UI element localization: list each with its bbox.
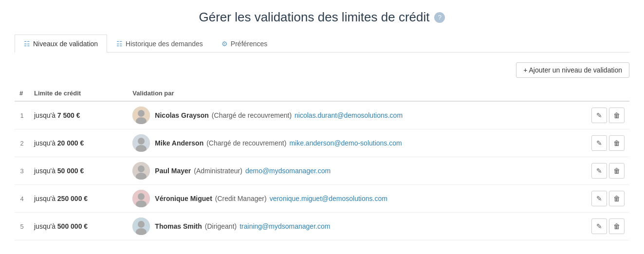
validator-info: Véronique Miguet (Credit Manager) veroni… — [155, 195, 387, 202]
table-row: 1 jusqu'à 7 500 € Nicolas Grayson (Charg… — [15, 101, 629, 129]
credit-limit: jusqu'à 250 000 € — [29, 185, 128, 213]
svg-point-13 — [138, 221, 145, 228]
row-actions: ✎ 🗑 — [563, 185, 629, 213]
table-row: 3 jusqu'à 50 000 € Paul Mayer (Administr… — [15, 157, 629, 185]
row-actions: ✎ 🗑 — [563, 101, 629, 129]
svg-point-7 — [138, 165, 145, 172]
tabs-container: ☷ Niveaux de validation ☷ Historique des… — [15, 35, 629, 53]
avatar — [132, 162, 150, 180]
validator-role: (Chargé de recouvrement) — [212, 111, 292, 119]
delete-button[interactable]: 🗑 — [609, 108, 625, 123]
add-validation-level-button[interactable]: + Ajouter un niveau de validation — [516, 62, 629, 78]
list-icon: ☷ — [116, 40, 123, 48]
row-actions: ✎ 🗑 — [563, 213, 629, 240]
validator-role: (Administrateur) — [194, 167, 242, 175]
row-actions: ✎ 🗑 — [563, 157, 629, 185]
validator-name: Véronique Miguet — [155, 195, 212, 202]
validator-role: (Dirigeant) — [205, 222, 237, 230]
validator-info: Nicolas Grayson (Chargé de recouvrement)… — [155, 111, 403, 119]
row-number: 1 — [15, 101, 29, 129]
avatar — [132, 190, 150, 207]
edit-button[interactable]: ✎ — [591, 135, 607, 151]
validator-name: Nicolas Grayson — [155, 111, 209, 119]
table-header-row: # Limite de crédit Validation par — [15, 86, 629, 101]
avatar — [132, 107, 150, 124]
svg-point-1 — [138, 110, 145, 117]
validator-role: (Chargé de recouvrement) — [206, 139, 286, 147]
svg-point-10 — [138, 193, 145, 200]
edit-button[interactable]: ✎ — [591, 218, 607, 234]
delete-button[interactable]: 🗑 — [609, 218, 625, 234]
validator-name: Mike Anderson — [155, 139, 203, 147]
validator-info: Mike Anderson (Chargé de recouvrement) m… — [155, 139, 402, 147]
toolbar: + Ajouter un niveau de validation — [15, 62, 629, 78]
edit-button[interactable]: ✎ — [591, 191, 607, 206]
validator-cell: Thomas Smith (Dirigeant) training@mydsom… — [128, 213, 563, 240]
validator-email: demo@mydsomanager.com — [245, 167, 331, 175]
validator-cell: Véronique Miguet (Credit Manager) veroni… — [128, 185, 563, 213]
validator-email: training@mydsomanager.com — [239, 222, 330, 230]
col-actions — [563, 86, 629, 101]
row-number: 3 — [15, 157, 29, 185]
tab-preferences[interactable]: ⚙ Préférences — [212, 35, 276, 53]
edit-button[interactable]: ✎ — [591, 108, 607, 123]
delete-button[interactable]: 🗑 — [609, 135, 625, 151]
credit-limit: jusqu'à 7 500 € — [29, 101, 128, 129]
validator-email: nicolas.durant@demosolutions.com — [294, 111, 403, 119]
row-number: 2 — [15, 129, 29, 157]
validator-role: (Credit Manager) — [215, 195, 267, 202]
validator-info: Paul Mayer (Administrateur) demo@mydsoma… — [155, 167, 331, 175]
validator-email: veronique.miguet@demosolutions.com — [270, 195, 387, 202]
validation-levels-table: # Limite de crédit Validation par 1 jusq… — [15, 86, 629, 240]
delete-button[interactable]: 🗑 — [609, 191, 625, 206]
credit-limit: jusqu'à 50 000 € — [29, 157, 128, 185]
credit-limit: jusqu'à 500 000 € — [29, 213, 128, 240]
table-row: 5 jusqu'à 500 000 € Thomas Smith (Dirige… — [15, 213, 629, 240]
col-num: # — [15, 86, 29, 101]
validator-cell: Mike Anderson (Chargé de recouvrement) m… — [128, 129, 563, 157]
validator-cell: Nicolas Grayson (Chargé de recouvrement)… — [128, 101, 563, 129]
table-row: 2 jusqu'à 20 000 € Mike Anderson (Chargé… — [15, 129, 629, 157]
col-limit: Limite de crédit — [29, 86, 128, 101]
delete-button[interactable]: 🗑 — [609, 163, 625, 179]
tab-validation-levels[interactable]: ☷ Niveaux de validation — [15, 35, 107, 53]
validator-name: Paul Mayer — [155, 167, 191, 175]
table-row: 4 jusqu'à 250 000 € Véronique Miguet (Cr… — [15, 185, 629, 213]
page-title: Gérer les validations des limites de cré… — [15, 10, 629, 25]
avatar — [132, 134, 150, 152]
help-icon[interactable]: ? — [434, 12, 445, 23]
row-actions: ✎ 🗑 — [563, 129, 629, 157]
table-icon: ☷ — [24, 40, 30, 48]
validator-cell: Paul Mayer (Administrateur) demo@mydsoma… — [128, 157, 563, 185]
validator-email: mike.anderson@demo-solutions.com — [289, 139, 402, 147]
credit-limit: jusqu'à 20 000 € — [29, 129, 128, 157]
avatar — [132, 218, 150, 235]
gear-icon: ⚙ — [221, 40, 228, 48]
svg-point-4 — [138, 138, 145, 145]
col-validator: Validation par — [128, 86, 563, 101]
validator-name: Thomas Smith — [155, 222, 202, 230]
validator-info: Thomas Smith (Dirigeant) training@mydsom… — [155, 222, 330, 230]
tab-history[interactable]: ☷ Historique des demandes — [107, 35, 212, 53]
row-number: 4 — [15, 185, 29, 213]
edit-button[interactable]: ✎ — [591, 163, 607, 179]
row-number: 5 — [15, 213, 29, 240]
